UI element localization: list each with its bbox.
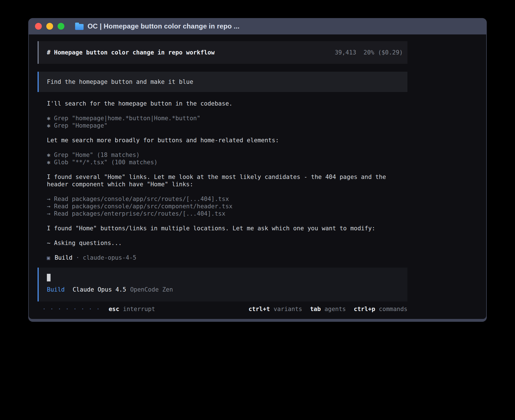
terminal-window: OC | Homepage button color change in rep… bbox=[28, 18, 487, 322]
key-tab: tab bbox=[310, 306, 321, 312]
hint-interrupt: escinterrupt bbox=[109, 305, 155, 313]
agent-model: claude-opus-4-5 bbox=[83, 254, 136, 261]
traffic-lights bbox=[35, 23, 69, 30]
agent-icon: ▣ bbox=[47, 254, 50, 261]
tool-call-read-1: → Read packages/console/app/src/routes/[… bbox=[47, 195, 407, 203]
hint-agents: tabagents bbox=[310, 305, 346, 313]
text-cursor bbox=[47, 274, 51, 281]
token-count: 39,413 bbox=[335, 49, 356, 56]
label-variants: variants bbox=[274, 306, 302, 312]
hint-variants: ctrl+tvariants bbox=[248, 305, 302, 313]
input-provider-label: OpenCode Zen bbox=[130, 286, 173, 293]
hint-commands: ctrl+pcommands bbox=[354, 305, 407, 313]
key-ctrl-t: ctrl+t bbox=[248, 306, 270, 312]
label-agents: agents bbox=[324, 306, 346, 312]
input-mode-label[interactable]: Build bbox=[47, 286, 65, 293]
window-titlebar: OC | Homepage button color change in rep… bbox=[29, 18, 486, 34]
user-message: Find the homepage button and make it blu… bbox=[38, 72, 407, 92]
assistant-paragraph-found: I found several "Home" links. Let me loo… bbox=[47, 173, 407, 188]
key-esc: esc bbox=[109, 306, 119, 312]
window-title: OC | Homepage button color change in rep… bbox=[88, 22, 239, 30]
context-percent: 20% bbox=[364, 49, 374, 56]
session-title: # Homepage button color change in repo w… bbox=[47, 49, 215, 56]
status-bar: · · · · · · · · escinterrupt ctrl+tvaria… bbox=[42, 305, 407, 313]
tool-call-read-2: → Read packages/console/app/src/componen… bbox=[47, 203, 407, 210]
tool-call-group-1: ✱ Grep "homepage|home.*button|Home.*butt… bbox=[38, 115, 407, 129]
folder-icon bbox=[75, 24, 84, 30]
input-meta: Build Claude Opus 4.5 OpenCode Zen bbox=[47, 286, 407, 293]
zoom-button[interactable] bbox=[58, 23, 64, 30]
session-cost: ($0.29) bbox=[378, 49, 403, 56]
prompt-input[interactable]: Build Claude Opus 4.5 OpenCode Zen bbox=[38, 268, 407, 301]
assistant-paragraph-ask: I found "Home" buttons/links in multiple… bbox=[47, 225, 407, 232]
user-message-text: Find the homepage button and make it blu… bbox=[47, 78, 193, 85]
close-button[interactable] bbox=[35, 23, 42, 30]
title-group: OC | Homepage button color change in rep… bbox=[75, 22, 239, 30]
tool-call-glob: ✱ Glob "**/*.tsx" (100 matches) bbox=[47, 159, 407, 166]
tool-call-grep-1: ✱ Grep "homepage|home.*button|Home.*butt… bbox=[47, 115, 407, 122]
session-header: # Homepage button color change in repo w… bbox=[38, 41, 407, 64]
assistant-paragraph-intro: I'll search for the homepage button in t… bbox=[47, 100, 407, 107]
terminal-body: # Homepage button color change in repo w… bbox=[29, 34, 486, 319]
agent-status-line: ▣ Build · claude-opus-4-5 bbox=[47, 254, 407, 261]
tool-call-grep-2: ✱ Grep "Homepage" bbox=[47, 122, 407, 129]
minimize-button[interactable] bbox=[46, 23, 53, 30]
label-commands: commands bbox=[379, 306, 407, 312]
agent-name: Build bbox=[54, 254, 72, 261]
label-interrupt: interrupt bbox=[123, 306, 155, 312]
assistant-paragraph-broader: Let me search more broadly for buttons a… bbox=[47, 137, 407, 144]
tool-call-read-3: → Read packages/enterprise/src/routes/[.… bbox=[47, 210, 407, 217]
input-model-label[interactable]: Claude Opus 4.5 bbox=[73, 286, 126, 293]
tool-call-group-reads: → Read packages/console/app/src/routes/[… bbox=[38, 195, 407, 217]
working-status: ~ Asking questions... bbox=[47, 239, 407, 247]
tool-call-grep-3: ✱ Grep "Home" (18 matches) bbox=[47, 151, 407, 159]
spinner-dots: · · · · · · · · bbox=[42, 305, 100, 313]
opencode-tui: # Homepage button color change in repo w… bbox=[38, 41, 407, 313]
tool-call-group-2: ✱ Grep "Home" (18 matches) ✱ Glob "**/*.… bbox=[38, 151, 407, 166]
key-ctrl-p: ctrl+p bbox=[354, 306, 375, 312]
right-hints: ctrl+tvariants tabagents ctrl+pcommands bbox=[248, 305, 407, 313]
agent-separator: · bbox=[76, 254, 80, 261]
session-stats: 39,41320%($0.29) bbox=[335, 49, 403, 56]
